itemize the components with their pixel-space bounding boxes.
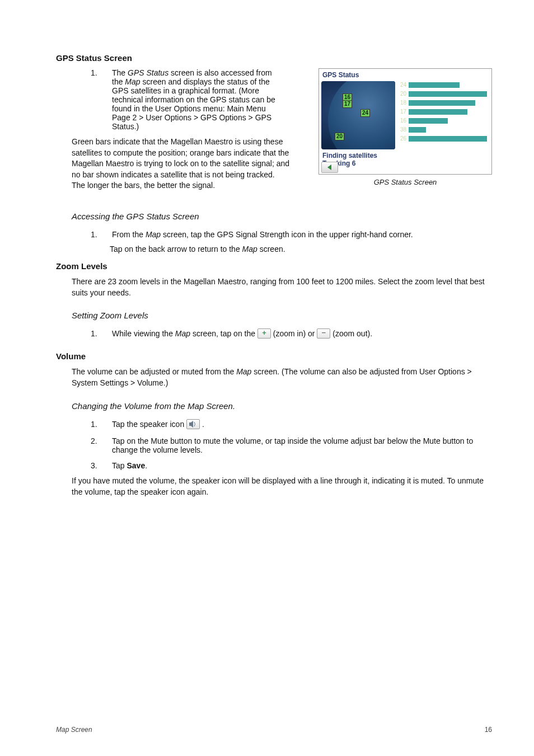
- heading-gps-status-screen: GPS Status Screen: [56, 53, 492, 63]
- svg-marker-0: [327, 165, 331, 170]
- zoom-out-icon[interactable]: [317, 328, 330, 339]
- gps-figure-title: GPS Status: [322, 71, 359, 79]
- list-item: 1. While viewing the Map screen, tap on …: [91, 329, 492, 339]
- footer-section-name: Map Screen: [56, 726, 92, 734]
- gps-status-figure: GPS Status 16 17 24 20 24201817163826 Fi…: [318, 68, 492, 175]
- signal-bar-row: 38: [397, 126, 488, 133]
- list-number: 1.: [91, 420, 112, 430]
- gps-figure-caption: GPS Status Screen: [318, 178, 492, 186]
- gps-signal-bars: 24201817163826: [397, 81, 488, 149]
- signal-bar-row: 16: [397, 117, 488, 124]
- heading-volume: Volume: [56, 351, 492, 361]
- svg-marker-1: [189, 421, 193, 428]
- gps-sky-plot: 16 17 24 20: [321, 81, 395, 149]
- subheading-changing-volume: Changing the Volume from the Map Screen.: [72, 401, 492, 411]
- body-paragraph: The volume can be adjusted or muted from…: [72, 367, 492, 388]
- list-number: 3.: [91, 461, 112, 470]
- gps-status-figure-block: GPS Status 16 17 24 20 24201817163826 Fi…: [318, 68, 492, 186]
- list-item: 1. The GPS Status screen is also accesse…: [91, 68, 307, 131]
- speaker-icon[interactable]: [186, 419, 200, 429]
- body-paragraph: There are 23 zoom levels in the Magellan…: [72, 276, 492, 298]
- footer-page-number: 16: [485, 726, 492, 734]
- heading-zoom-levels: Zoom Levels: [56, 261, 492, 271]
- list-item: 3. Tap Save.: [91, 461, 492, 470]
- zoom-in-icon[interactable]: [257, 328, 271, 339]
- signal-bar-row: 18: [397, 99, 488, 106]
- sat-marker: 20: [335, 133, 344, 140]
- sat-marker: 17: [343, 100, 352, 108]
- subheading-setting-zoom: Setting Zoom Levels: [72, 311, 492, 320]
- signal-bar-row: 24: [397, 81, 488, 88]
- list-number: 1.: [91, 68, 112, 131]
- body-paragraph: If you have muted the volume, the speake…: [72, 476, 492, 497]
- sat-marker: 24: [360, 109, 370, 117]
- signal-bar-row: 20: [397, 90, 488, 97]
- back-button[interactable]: [321, 162, 338, 173]
- list-number: 1.: [91, 230, 112, 239]
- list-number: 1.: [91, 329, 112, 339]
- list-item: 1. From the Map screen, tap the GPS Sign…: [91, 230, 492, 239]
- body-paragraph: Tap on the back arrow to return to the M…: [110, 245, 492, 253]
- signal-bar-row: 26: [397, 135, 488, 142]
- page-footer: Map Screen 16: [56, 726, 492, 734]
- subheading-accessing-gps: Accessing the GPS Status Screen: [72, 212, 492, 221]
- signal-bar-row: 17: [397, 108, 488, 115]
- list-number: 2.: [91, 436, 112, 454]
- body-paragraph: Green bars indicate that the Magellan Ma…: [72, 137, 290, 191]
- list-item: 2. Tap on the Mute button to mute the vo…: [91, 436, 492, 454]
- list-item: 1. Tap the speaker icon .: [91, 420, 492, 430]
